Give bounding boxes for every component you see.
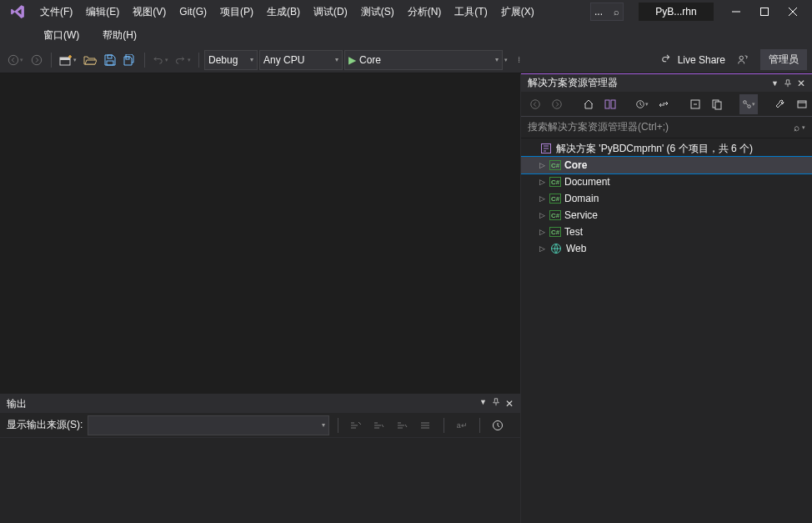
menu-project[interactable]: 项目(P): [213, 2, 260, 23]
menu-extensions[interactable]: 扩展(X): [494, 2, 541, 23]
output-title: 输出: [7, 397, 27, 411]
project-web[interactable]: ▷Web: [521, 240, 812, 257]
web-project-icon: [549, 243, 563, 254]
svg-point-11: [553, 99, 562, 108]
feedback-button[interactable]: [734, 50, 752, 70]
sync-button[interactable]: [654, 94, 673, 114]
menu-tools[interactable]: 工具(T): [448, 2, 494, 23]
show-all-files-button[interactable]: [708, 94, 726, 114]
find-message-button[interactable]: [347, 415, 365, 435]
overflow-button[interactable]: ⁞: [509, 50, 528, 70]
project-core[interactable]: ▷C#Core: [521, 157, 812, 173]
solution-explorer-search[interactable]: 搜索解决方案资源管理器(Ctrl+;) ⌕ ▾: [521, 117, 812, 138]
collapse-all-button[interactable]: [686, 94, 704, 114]
editor-column: 输出 ▼ ✕ 显示输出来源(S): ▾: [0, 73, 520, 523]
close-icon[interactable]: ✕: [797, 78, 805, 89]
expand-icon[interactable]: ▷: [538, 228, 546, 236]
solution-tree[interactable]: 解决方案 'PyBDCmprhn' (6 个项目，共 6 个) ▷C#Core▷…: [521, 138, 812, 523]
chevron-down-icon[interactable]: ▼: [771, 79, 779, 88]
prev-message-button[interactable]: [370, 415, 388, 435]
close-button[interactable]: [779, 1, 807, 23]
menu-analyze[interactable]: 分析(N): [401, 2, 449, 23]
menu-build[interactable]: 生成(B): [260, 2, 307, 23]
svg-rect-20: [798, 101, 806, 108]
project-label: Service: [564, 209, 598, 221]
svg-rect-6: [107, 61, 113, 65]
solution-root[interactable]: 解决方案 'PyBDCmprhn' (6 个项目，共 6 个): [521, 140, 812, 157]
menu-debug[interactable]: 调试(D): [307, 2, 354, 23]
svg-point-18: [744, 100, 746, 103]
svg-point-10: [531, 99, 540, 108]
solution-explorer-toolbar: ▾ ▾: [521, 92, 812, 117]
menu-test[interactable]: 测试(S): [354, 2, 401, 23]
expand-icon[interactable]: ▷: [538, 244, 546, 253]
home-button[interactable]: [579, 94, 598, 114]
project-label: Core: [564, 159, 587, 171]
liveshare-label: Live Share: [678, 54, 725, 66]
chevron-down-icon[interactable]: ▼: [479, 398, 487, 410]
pin-icon[interactable]: [492, 398, 500, 410]
vs-logo-icon: [8, 3, 27, 21]
csharp-project-icon: C#: [549, 160, 561, 170]
expand-icon[interactable]: ▷: [538, 194, 546, 203]
menu-help[interactable]: 帮助(H): [96, 25, 143, 46]
configuration-combo[interactable]: Debug▾: [204, 50, 258, 70]
solution-explorer-header[interactable]: 解决方案资源管理器 ▼ ✕: [521, 73, 812, 92]
maximize-button[interactable]: [750, 1, 779, 23]
start-icon: ▶: [348, 54, 356, 66]
open-file-button[interactable]: [81, 50, 99, 70]
undo-button[interactable]: ▾: [150, 50, 171, 70]
csharp-project-icon: C#: [549, 177, 561, 187]
expand-icon[interactable]: ▷: [538, 161, 546, 169]
csharp-project-icon: C#: [549, 227, 561, 237]
menu-window[interactable]: 窗口(W): [37, 25, 86, 46]
platform-combo[interactable]: Any CPU▾: [259, 50, 343, 70]
minimize-button[interactable]: [722, 1, 750, 23]
search-icon: ⌕: [614, 7, 619, 17]
word-wrap-button[interactable]: a↵: [453, 415, 471, 435]
liveshare-button[interactable]: Live Share: [654, 50, 732, 70]
svg-rect-17: [715, 102, 721, 109]
se-back-button[interactable]: [526, 94, 544, 114]
project-test[interactable]: ▷C#Test: [521, 224, 812, 240]
save-all-button[interactable]: [121, 50, 139, 70]
search-ellipsis: ...: [594, 6, 603, 18]
pending-changes-button[interactable]: ▾: [633, 94, 651, 114]
solution-label: 解决方案 'PyBDCmprhn' (6 个项目，共 6 个): [556, 142, 753, 156]
preview-selected-button[interactable]: ▾: [739, 94, 758, 114]
menu-edit[interactable]: 编辑(E): [79, 2, 126, 23]
close-icon[interactable]: ✕: [505, 398, 514, 410]
quick-launch-search[interactable]: ... ⌕: [590, 3, 624, 21]
next-message-button[interactable]: [393, 415, 412, 435]
view-code-button[interactable]: [793, 94, 811, 114]
output-body[interactable]: [0, 438, 520, 523]
nav-back-button[interactable]: ▾: [5, 50, 26, 70]
timestamp-button[interactable]: [489, 415, 507, 435]
output-panel: 输出 ▼ ✕ 显示输出来源(S): ▾: [0, 394, 520, 523]
project-domain[interactable]: ▷C#Domain: [521, 190, 812, 207]
startup-project-combo[interactable]: ▶ Core▾: [344, 50, 503, 70]
new-project-button[interactable]: ▾: [57, 50, 79, 70]
expand-icon[interactable]: ▷: [538, 178, 546, 186]
pin-icon[interactable]: [784, 79, 792, 88]
svg-point-8: [739, 56, 743, 59]
startup-value: Core: [359, 54, 381, 66]
clear-button[interactable]: [417, 415, 435, 435]
menu-file[interactable]: 文件(F): [33, 2, 79, 23]
save-button[interactable]: [101, 50, 119, 70]
se-fwd-button[interactable]: [548, 94, 566, 114]
project-service[interactable]: ▷C#Service: [521, 207, 812, 224]
properties-button[interactable]: [771, 94, 789, 114]
admin-badge[interactable]: 管理员: [760, 49, 807, 70]
menu-view[interactable]: 视图(V): [126, 2, 173, 23]
svg-point-2: [32, 55, 41, 64]
switch-views-button[interactable]: [601, 94, 619, 114]
editor-area[interactable]: [0, 73, 520, 394]
nav-forward-button[interactable]: [28, 50, 46, 70]
menu-git[interactable]: Git(G): [173, 3, 213, 21]
expand-icon[interactable]: ▷: [538, 211, 546, 219]
output-source-combo[interactable]: ▾: [88, 415, 329, 435]
redo-button[interactable]: ▾: [173, 50, 193, 70]
project-document[interactable]: ▷C#Document: [521, 173, 812, 190]
output-header[interactable]: 输出 ▼ ✕: [0, 395, 520, 413]
